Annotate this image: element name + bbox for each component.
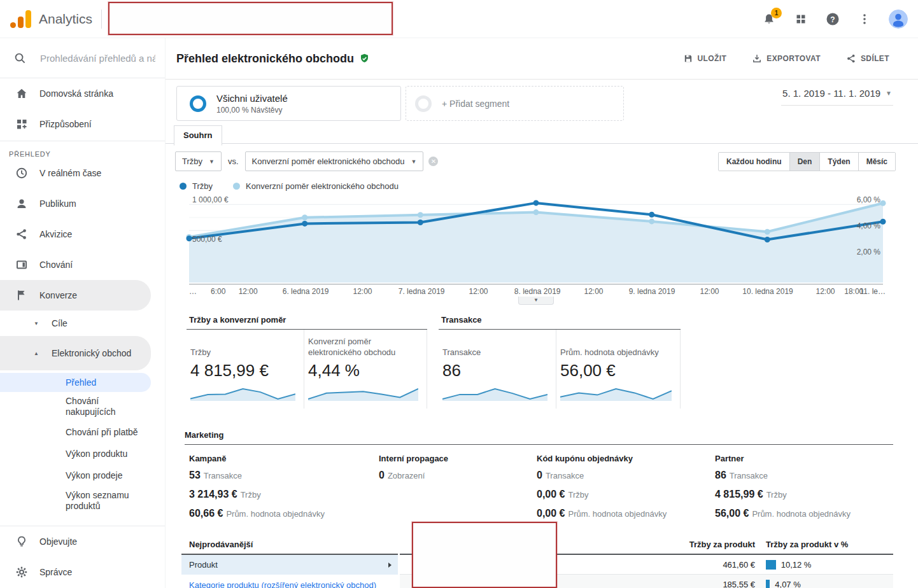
cell-revenue: 185,55 € [610, 580, 755, 588]
chart-expander-button[interactable]: ▼ [518, 297, 554, 305]
sidebar-item-audience[interactable]: Publikum [0, 188, 165, 219]
search-input[interactable] [39, 52, 157, 64]
sidebar-item-acquisition[interactable]: Akvizice [0, 219, 165, 249]
scorecard-revenue[interactable]: Tržby 4 815,99 € [187, 330, 304, 409]
metric-line[interactable]: 3 214,93 €Tržby [189, 489, 379, 500]
help-icon[interactable]: ? [825, 11, 840, 27]
x-axis-tick: 12:00 [239, 287, 258, 296]
vs-label: vs. [228, 157, 239, 166]
dimension-product-category[interactable]: Kategorie produktu (rozšířený elektronic… [181, 575, 398, 588]
granularity-switcher: Každou hodinu Den Týden Měsíc [718, 152, 896, 171]
chart-plot-area[interactable]: 1 000,00 €500,00 €6,00 %4,00 %2,00 % [189, 195, 883, 284]
granularity-week[interactable]: Týden [820, 153, 858, 171]
scorecard-value: 86 [442, 361, 549, 381]
column-header-percent[interactable]: Tržby za produkt v % [755, 540, 848, 549]
axis-label: 4,00 % [857, 221, 880, 230]
brand-name: Analytics [39, 11, 92, 27]
date-range-picker[interactable]: 5. 1. 2019 - 11. 1. 2019 ▼ [781, 86, 893, 106]
metric-line[interactable]: 0Transakce [537, 470, 715, 481]
sidebar-item-customization[interactable]: Přizpůsobení [0, 109, 165, 139]
metric-line[interactable]: 4 815,99 €Tržby [715, 489, 893, 500]
export-button[interactable]: EXPORTOVAT [748, 53, 824, 64]
segment-detail: 100,00 % Návštěvy [216, 106, 288, 115]
marketing-column-campaigns: Kampaně 53Transakce 3 214,93 €Tržby 60,6… [189, 454, 379, 527]
sidebar-item-sales-performance[interactable]: Výkon prodeje [0, 465, 165, 486]
flag-icon [15, 289, 28, 302]
remove-metric-icon[interactable]: ✕ [428, 157, 438, 166]
x-axis-tick: 6. ledna 2019 [283, 287, 329, 296]
marketing-column-affiliation: Partner 86Transakce 4 815,99 €Tržby 56,0… [715, 454, 893, 527]
overflow-menu-icon[interactable] [857, 11, 872, 27]
shield-check-icon [359, 53, 370, 64]
share-button[interactable]: SDÍLET [842, 53, 893, 64]
kebab-icon [858, 13, 871, 25]
scorecard-conversion-rate[interactable]: Konverzní poměr elektronického obchodu 4… [304, 330, 427, 409]
notifications-bell-icon[interactable]: 1 [761, 11, 777, 27]
sidebar-item-ecommerce[interactable]: Elektronický obchod [0, 336, 151, 370]
main-content: Přehled elektronického obchodu ULOŽIT [166, 38, 918, 588]
sidebar-item-behavior[interactable]: Chování [0, 249, 165, 280]
metric-line[interactable]: 53Transakce [189, 470, 379, 481]
axis-label: 2,00 % [857, 248, 880, 256]
granularity-day[interactable]: Den [790, 153, 821, 171]
secondary-metric-select[interactable]: Konverzní poměr elektronického obchodu ▼ [245, 151, 424, 171]
sidebar-item-home[interactable]: Domovská stránka [0, 78, 165, 109]
sidebar-item-checkout-behavior[interactable]: Chování při platbě [0, 421, 165, 443]
legend-item-conversion-rate: Konverzní poměr elektronického obchodu [233, 181, 399, 191]
home-icon [15, 87, 28, 100]
metric-line[interactable]: 0,00 €Prům. hodnota objednávky [537, 508, 715, 519]
sidebar-item-admin[interactable]: Správce [0, 557, 165, 587]
save-button[interactable]: ULOŽIT [679, 53, 731, 64]
behavior-icon [15, 258, 28, 271]
granularity-month[interactable]: Měsíc [859, 153, 895, 171]
download-icon [752, 53, 762, 64]
scorecard-avg-order-value[interactable]: Prům. hodnota objednávky 56,00 € [556, 330, 681, 409]
sidebar-item-discover[interactable]: Objevujte [0, 526, 165, 557]
chevron-down-icon: ▼ [209, 158, 215, 165]
marketing-title: Marketing [185, 430, 893, 445]
metric-line[interactable]: 0,00 €Tržby [537, 489, 715, 500]
sidebar-search[interactable] [0, 38, 165, 78]
sidebar-section-reports: PŘEHLEDY [0, 141, 165, 158]
x-axis-tick: 12:00 [700, 287, 719, 296]
x-axis-tick: 10. ledna 2019 [742, 287, 793, 296]
apps-grid-icon[interactable] [793, 11, 809, 27]
x-axis-tick: 9. ledna 2019 [629, 287, 675, 296]
user-avatar[interactable] [889, 10, 908, 29]
sidebar-item-product-list-performance[interactable]: Výkon seznamu produktů [0, 486, 165, 515]
sidebar-item-ecommerce-overview[interactable]: Přehled [0, 373, 151, 392]
scorecard-group-transactions: Transakce Transakce 86 Prům. hodnota obj… [439, 315, 681, 409]
segment-donut-empty-icon [415, 95, 432, 112]
primary-metric-select[interactable]: Tržby ▼ [175, 151, 222, 171]
chart-canvas[interactable] [189, 195, 883, 284]
svg-text:?: ? [830, 15, 835, 24]
percent-bar [766, 560, 776, 570]
metric-line[interactable]: 0Zobrazení [379, 470, 537, 481]
add-segment-button[interactable]: + Přidat segment [406, 86, 624, 121]
segment-all-users[interactable]: Všichni uživatelé 100,00 % Návštěvy [176, 86, 401, 121]
cell-percent: 4,07 % [775, 580, 800, 588]
metric-line[interactable]: 56,00 €Prům. hodnota objednávky [715, 508, 893, 519]
sidebar-item-conversions[interactable]: Konverze [0, 280, 151, 311]
x-axis-tick: 12:00 [584, 287, 603, 296]
dimension-product[interactable]: Produkt [181, 555, 398, 575]
legend-dot-secondary [233, 183, 240, 190]
metric-line[interactable]: 60,66 €Prům. hodnota objednávky [189, 508, 379, 519]
analytics-app: Analytics 1 ? [0, 0, 918, 588]
page-title: Přehled elektronického obchodu [176, 52, 354, 66]
sidebar-item-shopping-behavior[interactable]: Chování nakupujících [0, 392, 165, 421]
timeseries-chart[interactable]: 1 000,00 €500,00 €6,00 %4,00 %2,00 % …6:… [189, 195, 883, 305]
sidebar-item-product-performance[interactable]: Výkon produktu [0, 443, 165, 465]
scorecard-transactions[interactable]: Transakce 86 [439, 330, 556, 409]
scorecard-group-title: Tržby a konverzní poměr [187, 315, 427, 330]
x-axis-tick: 11. le… [860, 287, 886, 296]
sidebar-item-realtime[interactable]: V reálném čase [0, 158, 165, 188]
analytics-logo-icon[interactable] [10, 10, 31, 28]
column-header-revenue[interactable]: Tržby za produkt [610, 540, 755, 549]
tab-summary[interactable]: Souhrn [174, 125, 222, 146]
segment-donut-icon [190, 95, 206, 112]
sidebar-item-goals[interactable]: Cíle [0, 311, 165, 336]
granularity-hourly[interactable]: Každou hodinu [719, 153, 790, 171]
expander-up-icon [34, 350, 40, 356]
metric-line[interactable]: 86Transakce [715, 470, 893, 481]
